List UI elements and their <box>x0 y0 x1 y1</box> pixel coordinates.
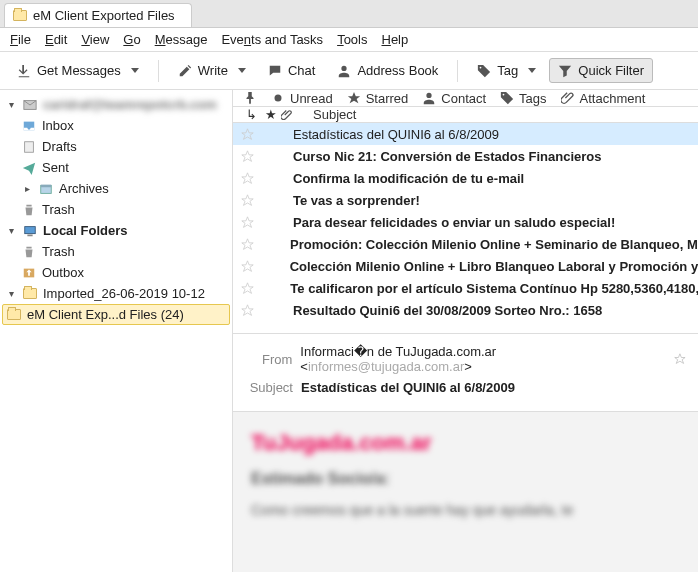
preview-body: TuJugada.com.ar Estimado Socio/a: Como c… <box>233 412 698 572</box>
menu-tools[interactable]: Tools <box>337 32 367 47</box>
filter-attachment[interactable]: Attachment <box>561 91 646 106</box>
filter-unread-label: Unread <box>290 91 333 106</box>
star-toggle[interactable] <box>241 172 261 185</box>
message-row[interactable]: Confirma la modificación de tu e-mail <box>233 167 698 189</box>
message-preview: From Informaci�n de TuJugada.com.ar <inf… <box>233 333 698 572</box>
mail-account-icon <box>23 98 37 112</box>
message-subject: Confirma la modificación de tu e-mail <box>261 171 524 186</box>
collapse-icon[interactable]: ▾ <box>6 225 17 236</box>
star-toggle[interactable] <box>241 194 261 207</box>
star-icon[interactable] <box>674 353 686 365</box>
message-row[interactable]: Curso Nic 21: Conversión de Estados Fina… <box>233 145 698 167</box>
trash-icon <box>22 203 36 217</box>
star-column-icon[interactable]: ★ <box>261 107 281 122</box>
menu-go[interactable]: Go <box>123 32 140 47</box>
archives-folder[interactable]: ▸ Archives <box>0 178 232 199</box>
inbox-label: Inbox <box>42 118 74 133</box>
svg-point-6 <box>275 95 282 102</box>
local-folders-node[interactable]: ▾ Local Folders <box>0 220 232 241</box>
message-list-header: ↳ ★ Subject <box>233 107 698 123</box>
filter-attachment-label: Attachment <box>580 91 646 106</box>
selected-folder[interactable]: eM Client Exp...d Files (24) <box>2 304 230 325</box>
imported-folder[interactable]: ▾ Imported_26-06-2019 10-12 <box>0 283 232 304</box>
attach-column-icon[interactable] <box>281 109 301 121</box>
toolbar: Get Messages Write Chat Address Book Tag… <box>0 52 698 90</box>
message-row[interactable]: Estadísticas del QUINI6 al 6/8/2009 <box>233 123 698 145</box>
write-button[interactable]: Write <box>169 58 255 83</box>
message-row[interactable]: Te calificaron por el artículo Sistema C… <box>233 277 698 299</box>
local-trash-folder[interactable]: Trash <box>0 241 232 262</box>
outbox-label: Outbox <box>42 265 84 280</box>
contact-icon <box>422 91 436 105</box>
filter-unread[interactable]: Unread <box>271 91 333 106</box>
address-book-label: Address Book <box>357 63 438 78</box>
chat-icon <box>268 64 282 78</box>
star-toggle[interactable] <box>241 128 261 141</box>
sent-folder[interactable]: Sent <box>0 157 232 178</box>
get-messages-label: Get Messages <box>37 63 121 78</box>
sent-label: Sent <box>42 160 69 175</box>
filter-tags[interactable]: Tags <box>500 91 546 106</box>
selected-folder-label: eM Client Exp...d Files (24) <box>27 307 184 322</box>
tag-button[interactable]: Tag <box>468 58 545 83</box>
unread-dot-icon <box>271 91 285 105</box>
outbox-folder[interactable]: Outbox <box>0 262 232 283</box>
message-subject: Para desear felicidades o enviar un salu… <box>261 215 615 230</box>
filter-icon <box>558 64 572 78</box>
filter-starred[interactable]: Starred <box>347 91 409 106</box>
preview-header: From Informaci�n de TuJugada.com.ar <inf… <box>233 334 698 412</box>
preview-text: Como creemos que a la suerte hay que ayu… <box>251 502 680 518</box>
filter-contact-label: Contact <box>441 91 486 106</box>
menu-help[interactable]: Help <box>381 32 408 47</box>
message-subject: Resultado Quini6 del 30/08/2009 Sorteo N… <box>261 303 602 318</box>
svg-rect-3 <box>41 184 52 187</box>
collapse-icon[interactable]: ▾ <box>6 99 17 110</box>
quick-filter-label: Quick Filter <box>578 63 644 78</box>
message-row[interactable]: Te vas a sorprender! <box>233 189 698 211</box>
menu-file[interactable]: File <box>10 32 31 47</box>
filter-tags-label: Tags <box>519 91 546 106</box>
star-toggle[interactable] <box>241 304 261 317</box>
star-toggle[interactable] <box>241 260 258 273</box>
sent-icon <box>22 161 36 175</box>
pin-icon[interactable] <box>243 91 257 105</box>
menu-edit[interactable]: Edit <box>45 32 67 47</box>
drafts-icon <box>22 140 36 154</box>
folder-tree: ▾ caridraf@teamrepotcrb.com Inbox Drafts… <box>0 90 233 572</box>
star-toggle[interactable] <box>241 238 258 251</box>
message-row[interactable]: Resultado Quini6 del 30/08/2009 Sorteo N… <box>233 299 698 321</box>
archives-label: Archives <box>59 181 109 196</box>
drafts-folder[interactable]: Drafts <box>0 136 232 157</box>
filter-contact[interactable]: Contact <box>422 91 486 106</box>
thread-column-icon[interactable]: ↳ <box>241 107 261 122</box>
trash-folder[interactable]: Trash <box>0 199 232 220</box>
menu-view[interactable]: View <box>81 32 109 47</box>
star-toggle[interactable] <box>241 282 258 295</box>
message-row[interactable]: Para desear felicidades o enviar un salu… <box>233 211 698 233</box>
imported-label: Imported_26-06-2019 10-12 <box>43 286 205 301</box>
get-messages-button[interactable]: Get Messages <box>8 58 148 83</box>
inbox-folder[interactable]: Inbox <box>0 115 232 136</box>
chat-button[interactable]: Chat <box>259 58 324 83</box>
star-toggle[interactable] <box>241 216 261 229</box>
account-node[interactable]: ▾ caridraf@teamrepotcrb.com <box>0 94 232 115</box>
window-tab[interactable]: eM Client Exported Files <box>4 3 192 27</box>
message-subject: Te vas a sorprender! <box>261 193 420 208</box>
toolbar-separator <box>158 60 159 82</box>
subject-column-header[interactable]: Subject <box>301 107 356 122</box>
from-label: From <box>245 352 292 367</box>
message-row[interactable]: Promoción: Colección Milenio Online + Se… <box>233 233 698 255</box>
menu-events-tasks[interactable]: Events and Tasks <box>221 32 323 47</box>
message-subject: Promoción: Colección Milenio Online + Se… <box>258 237 698 252</box>
star-toggle[interactable] <box>241 150 261 163</box>
menu-message[interactable]: Message <box>155 32 208 47</box>
tag-icon <box>477 64 491 78</box>
quick-filter-bar: Unread Starred Contact Tags Attachment <box>233 90 698 107</box>
quick-filter-button[interactable]: Quick Filter <box>549 58 653 83</box>
expand-icon[interactable]: ▸ <box>22 183 33 194</box>
tab-title: eM Client Exported Files <box>33 8 175 23</box>
message-subject: Te calificaron por el artículo Sistema C… <box>258 281 698 296</box>
message-row[interactable]: Colección Milenio Online + Libro Blanque… <box>233 255 698 277</box>
address-book-button[interactable]: Address Book <box>328 58 447 83</box>
collapse-icon[interactable]: ▾ <box>6 288 17 299</box>
